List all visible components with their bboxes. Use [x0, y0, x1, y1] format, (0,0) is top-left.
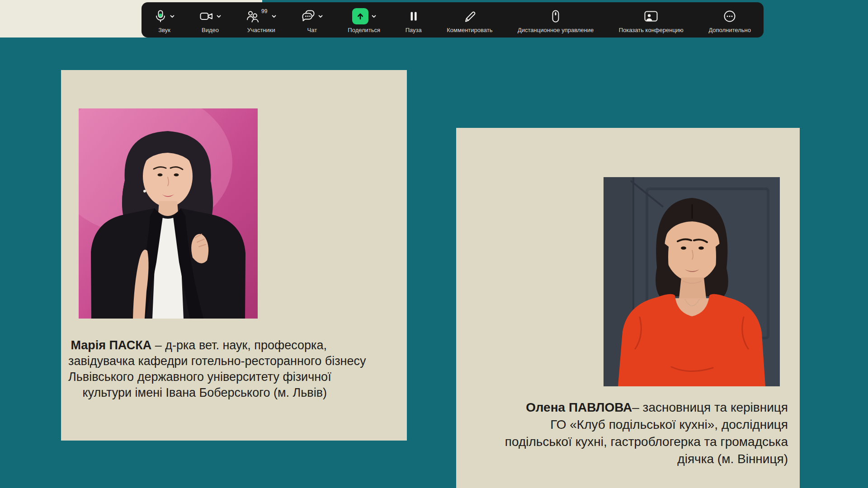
speaker-description-pavlova: Олена ПАВЛОВА– засновниця та керівниця Г…: [467, 399, 788, 468]
share-screen-green-button[interactable]: [352, 8, 368, 24]
speaker-title-line2: ГО «Клуб подільської кухні», дослідниця: [467, 416, 788, 433]
chevron-down-icon[interactable]: [170, 15, 175, 18]
speaker-title-line1: – засновниця та керівниця: [632, 400, 788, 414]
microphone-icon: [154, 10, 167, 23]
speaker-title-line4: діячка (м. Вінниця): [467, 450, 788, 468]
audio-label: Звук: [158, 27, 170, 33]
show-conference-button[interactable]: Показать конференцию: [619, 7, 684, 33]
annotate-label: Комментировать: [447, 27, 492, 33]
speaker-title-line3: Львівського державного університету фізи…: [68, 369, 327, 385]
remote-control-label: Дистанционное управление: [518, 27, 594, 33]
arrow-up-icon: [356, 12, 365, 21]
participants-icon: [246, 10, 259, 23]
speaker-card-paska: Марія ПАСКА – д-рка вет. наук, професорк…: [61, 70, 407, 441]
mouse-icon: [549, 10, 562, 23]
camera-icon: [200, 10, 213, 23]
share-label: Поделиться: [348, 27, 380, 33]
speaker-photo-paska: [79, 108, 258, 319]
share-screen-button[interactable]: Поделиться: [348, 7, 380, 33]
video-label: Видео: [202, 27, 219, 33]
speaker-title-line2: завідувачка кафедри готельно-ресторанног…: [68, 353, 327, 369]
pause-icon: [410, 11, 418, 22]
speaker-card-pavlova: Олена ПАВЛОВА– засновниця та керівниця Г…: [456, 128, 800, 488]
chevron-down-icon[interactable]: [372, 15, 376, 18]
show-conference-label: Показать конференцию: [619, 27, 684, 33]
chat-label: Чат: [307, 27, 317, 33]
pause-button[interactable]: Пауза: [406, 7, 422, 33]
participants-button[interactable]: 99 Участники: [246, 7, 276, 33]
pause-label: Пауза: [406, 27, 422, 33]
video-button[interactable]: Видео: [200, 7, 221, 33]
chat-button[interactable]: Чат: [302, 7, 323, 33]
more-button[interactable]: Дополнительно: [708, 7, 751, 33]
chat-bubbles-icon: [302, 10, 315, 23]
speaker-description-paska: Марія ПАСКА – д-рка вет. наук, професорк…: [68, 338, 327, 401]
chevron-down-icon[interactable]: [272, 15, 276, 18]
speaker-title-line1: – д-рка вет. наук, професорка,: [151, 338, 327, 352]
audio-button[interactable]: Звук: [154, 7, 175, 33]
conference-view-icon: [644, 10, 658, 23]
meeting-toolbar: Звук Видео: [142, 2, 764, 38]
speaker-name: Олена ПАВЛОВА: [526, 400, 632, 414]
annotate-button[interactable]: Комментировать: [447, 7, 492, 33]
speaker-title-line3: подільської кухні, гастроблогерка та гро…: [467, 433, 788, 450]
more-ellipsis-icon: [723, 10, 736, 23]
speaker-title-line4: культури імені Івана Боберського (м. Льв…: [68, 385, 327, 401]
speaker-name: Марія ПАСКА: [71, 338, 151, 352]
pencil-icon: [463, 10, 476, 23]
participants-label: Участники: [247, 27, 275, 33]
speaker-photo-pavlova: [604, 177, 780, 386]
chevron-down-icon[interactable]: [318, 15, 323, 18]
screen-share-view: Звук Видео: [0, 0, 868, 488]
remote-control-button[interactable]: Дистанционное управление: [518, 7, 594, 33]
chevron-down-icon[interactable]: [217, 15, 221, 18]
more-label: Дополнительно: [708, 27, 751, 33]
participants-count-badge: 99: [261, 8, 267, 14]
